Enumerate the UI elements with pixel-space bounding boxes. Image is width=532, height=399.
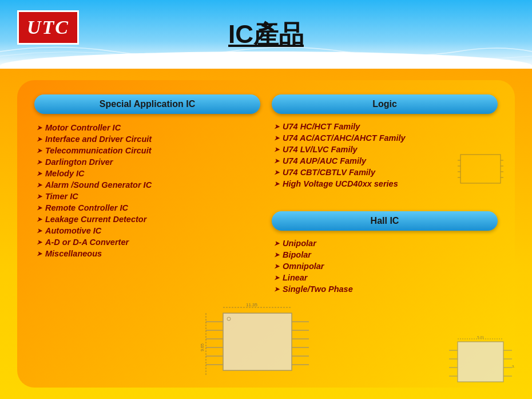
page-title: IC產品 — [228, 18, 304, 52]
logo-text: UTC — [27, 17, 69, 38]
list-item: Melody IC — [37, 169, 260, 178]
list-item: Alarm /Sound Generator IC — [37, 180, 260, 189]
title-chinese: 產品 — [253, 20, 304, 48]
main-content: Special Application IC Motor Controller … — [0, 69, 532, 399]
logo: UTC — [17, 10, 79, 45]
schematic-center: 11.35 9.65 — [200, 302, 315, 388]
svg-rect-9 — [223, 313, 292, 370]
svg-text:5.21: 5.21 — [477, 336, 484, 339]
list-item: Remote Controller IC — [37, 203, 260, 212]
svg-text:11.35: 11.35 — [246, 302, 258, 307]
list-item: U74 AC/ACT/AHC/AHCT Family — [274, 133, 498, 143]
list-item: Linear — [274, 273, 498, 282]
hall-section: Hall IC UnipolarBipolarOmnipolarLinearSi… — [272, 211, 498, 294]
schematic-bottom-right: 5.21 3.88 — [446, 336, 515, 393]
logic-header: Logic — [272, 94, 498, 114]
hall-list: UnipolarBipolarOmnipolarLinearSingle/Two… — [272, 236, 498, 294]
list-item: Telecommunication Circuit — [37, 146, 260, 155]
list-item: A-D or D-A Converter — [37, 238, 260, 247]
svg-text:3.88: 3.88 — [512, 365, 515, 368]
list-item: Interface and Driver Circuit — [37, 135, 260, 144]
special-application-header: Special Application IC — [34, 94, 260, 114]
list-item: Bipolar — [274, 250, 498, 259]
list-item: Automotive IC — [37, 226, 260, 235]
special-application-list: Motor Controller ICInterface and Driver … — [34, 121, 260, 258]
list-item: Unipolar — [274, 239, 498, 248]
list-item: Motor Controller IC — [37, 123, 260, 132]
list-item: Timer IC — [37, 192, 260, 201]
svg-rect-0 — [460, 155, 501, 183]
svg-text:9.65: 9.65 — [200, 343, 204, 351]
header: UTC IC產品 — [0, 0, 532, 69]
list-item: Miscellaneous — [37, 249, 260, 258]
list-item: Omnipolar — [274, 262, 498, 271]
svg-rect-27 — [458, 342, 503, 382]
list-item: Leakage Current Detector — [37, 215, 260, 224]
list-item: Single/Two Phase — [274, 285, 498, 294]
list-item: Darlington Driver — [37, 157, 260, 167]
hall-header: Hall IC — [272, 211, 498, 231]
schematic-small — [458, 152, 503, 186]
title-ic: IC — [228, 20, 253, 48]
list-item: U74 HC/HCT Family — [274, 122, 498, 131]
